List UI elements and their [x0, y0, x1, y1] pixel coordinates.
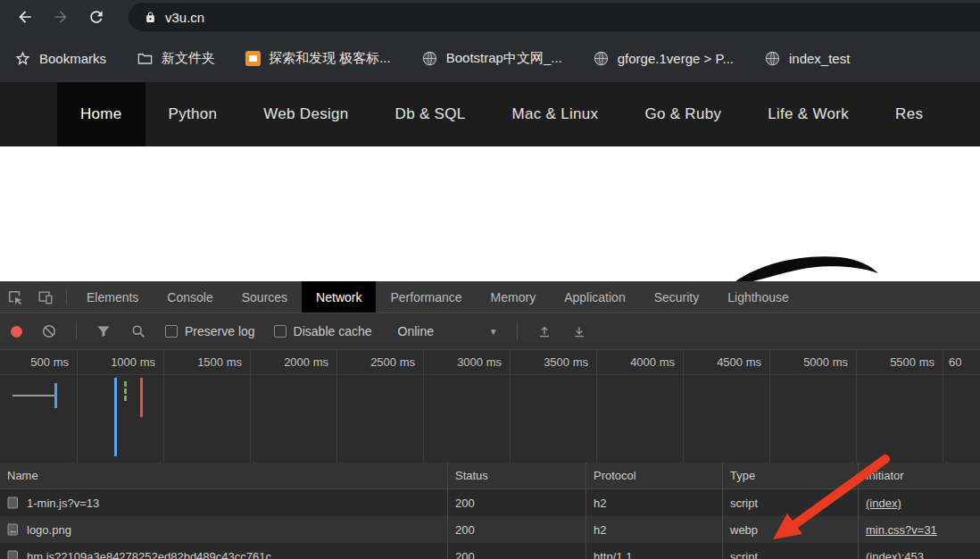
filter-button[interactable] [96, 323, 112, 339]
tab-performance[interactable]: Performance [376, 281, 476, 313]
lock-icon [145, 12, 156, 23]
network-toolbar: Preserve log Disable cache Online ▼ [0, 313, 980, 350]
preserve-log-checkbox[interactable] [165, 325, 178, 338]
timeline-tick: 2000 ms [251, 350, 337, 463]
bookmarks-menu[interactable]: Bookmarks [14, 50, 106, 67]
record-button[interactable] [11, 326, 22, 338]
bookmark-item-geek[interactable]: 探索和发现 极客标... [245, 50, 391, 67]
tab-security[interactable]: Security [640, 281, 714, 313]
nav-item-mac-linux[interactable]: Mac & Linux [489, 82, 622, 146]
nav-item-home[interactable]: Home [57, 82, 145, 146]
export-har-button[interactable] [571, 323, 587, 339]
folder-icon [137, 50, 154, 67]
tab-network[interactable]: Network [302, 281, 376, 313]
timeline-request-bar [12, 395, 54, 396]
table-row[interactable]: 1-min.js?v=13 200 h2 script (index) [0, 489, 980, 516]
page-content [0, 146, 980, 281]
table-row[interactable]: hm.js?2109a3e84278252ed82bd489c43cc761c … [0, 543, 980, 559]
request-name: logo.png [27, 523, 71, 537]
inspect-element-button[interactable] [0, 281, 30, 313]
timeline-tick: 4000 ms [597, 350, 684, 463]
timeline-tick: 60 [943, 350, 980, 463]
browser-toolbar: v3u.cn [0, 0, 980, 34]
script-file-icon [7, 496, 19, 509]
divider [517, 322, 518, 340]
reload-button[interactable] [84, 4, 109, 29]
tab-elements[interactable]: Elements [72, 281, 153, 313]
bookmark-label: Bootstrap中文网_... [446, 50, 562, 67]
column-header-type[interactable]: Type [722, 463, 858, 488]
timeline-tick: 3000 ms [424, 350, 511, 463]
column-header-status[interactable]: Status [447, 463, 586, 488]
preserve-log-label: Preserve log [185, 324, 255, 338]
search-button[interactable] [130, 323, 146, 339]
request-initiator-link[interactable]: (index) [866, 496, 901, 510]
address-bar[interactable]: v3u.cn [129, 3, 980, 31]
nav-item-life-work[interactable]: Life & Work [744, 82, 872, 146]
url-text: v3u.cn [165, 10, 204, 25]
script-file-icon [7, 550, 19, 559]
bookmark-item-indextest[interactable]: index_test [764, 50, 850, 67]
bookmark-item-folder[interactable]: 新文件夹 [137, 50, 215, 67]
forward-button[interactable] [48, 4, 73, 29]
back-button[interactable] [12, 4, 37, 29]
globe-icon [593, 50, 610, 67]
network-requests-table: Name Status Protocol Type Initiator 1-mi… [0, 463, 980, 559]
timeline-tick: 5500 ms [857, 350, 943, 463]
request-protocol: http/1.1 [586, 543, 722, 559]
timeline-load-marker [140, 378, 143, 417]
tab-application[interactable]: Application [550, 281, 640, 313]
request-initiator-link[interactable]: min.css?v=31 [866, 523, 937, 537]
bookmarks-bar: Bookmarks 新文件夹 探索和发现 极客标... Bootstrap中文网… [0, 34, 980, 82]
divider [76, 322, 77, 340]
request-name: 1-min.js?v=13 [27, 496, 99, 510]
preserve-log-toggle[interactable]: Preserve log [165, 324, 255, 338]
chevron-down-icon: ▼ [489, 327, 498, 337]
table-row[interactable]: logo.png 200 h2 webp min.css?v=31 [0, 516, 980, 543]
clear-button[interactable] [41, 323, 57, 339]
request-status: 200 [447, 543, 586, 559]
inspect-icon [7, 289, 23, 305]
tab-console[interactable]: Console [153, 281, 227, 313]
import-har-button[interactable] [536, 323, 552, 339]
divider [66, 288, 67, 305]
network-timeline-overview[interactable]: 500 ms 1000 ms 1500 ms 2000 ms 2500 ms 3… [0, 350, 980, 463]
request-type: webp [722, 516, 858, 543]
devtools-tab-bar: Elements Console Sources Network Perform… [0, 281, 980, 313]
disable-cache-toggle[interactable]: Disable cache [274, 324, 372, 338]
search-icon [131, 324, 145, 338]
throttling-value: Online [398, 324, 434, 338]
nav-item-db-sql[interactable]: Db & SQL [372, 82, 489, 146]
timeline-ruler-line [0, 374, 980, 375]
column-header-initiator[interactable]: Initiator [858, 463, 980, 488]
orange-favicon [245, 51, 261, 66]
filter-icon [96, 324, 111, 338]
tab-sources[interactable]: Sources [228, 281, 302, 313]
bookmark-item-gforge[interactable]: gforge.1verge > P... [593, 50, 734, 67]
nav-item-go-ruby[interactable]: Go & Ruby [621, 82, 744, 146]
reload-icon [87, 8, 105, 26]
bookmark-label: 新文件夹 [162, 50, 215, 67]
nav-item-web-design[interactable]: Web Design [240, 82, 371, 146]
disable-cache-checkbox[interactable] [274, 325, 287, 338]
globe-icon [764, 50, 781, 67]
devtools-panel: Elements Console Sources Network Perform… [0, 281, 980, 559]
request-name: hm.js?2109a3e84278252ed82bd489c43cc761c [27, 550, 271, 559]
image-file-icon [7, 523, 19, 536]
bookmark-item-bootstrap[interactable]: Bootstrap中文网_... [421, 50, 562, 67]
timeline-tick: 1500 ms [164, 350, 251, 463]
timeline-tick: 2500 ms [337, 350, 424, 463]
request-status: 200 [447, 516, 586, 543]
nav-item-python[interactable]: Python [145, 82, 241, 146]
tab-memory[interactable]: Memory [477, 281, 551, 313]
request-initiator-link[interactable]: (index):453 [866, 550, 924, 559]
column-header-protocol[interactable]: Protocol [586, 463, 722, 488]
device-toolbar-button[interactable] [30, 281, 61, 313]
upload-icon [537, 324, 552, 338]
site-nav: Home Python Web Design Db & SQL Mac & Li… [0, 82, 980, 146]
device-toolbar-icon [37, 289, 54, 305]
tab-lighthouse[interactable]: Lighthouse [713, 281, 803, 313]
nav-item-res[interactable]: Res [872, 82, 946, 146]
column-header-name[interactable]: Name [0, 463, 447, 488]
throttling-select[interactable]: Online ▼ [398, 324, 498, 338]
